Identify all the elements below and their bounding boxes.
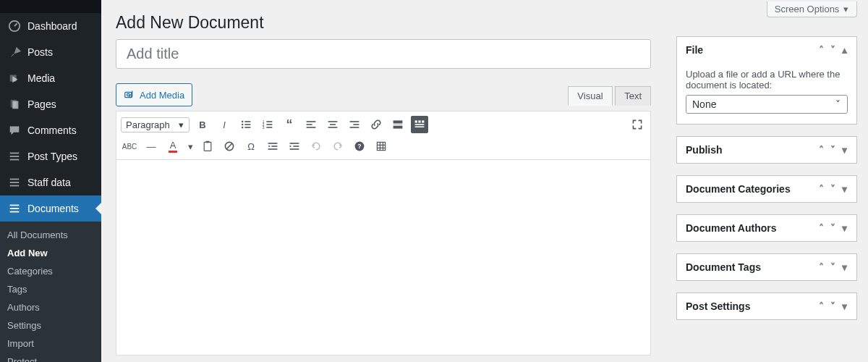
textcolor-dropdown[interactable]: ▾: [186, 138, 195, 155]
submenu-settings[interactable]: Settings: [0, 316, 101, 334]
panel-file: File ˄ ˅ ▴ Upload a file or add a URL wh…: [676, 36, 857, 125]
undo-button[interactable]: [307, 138, 325, 155]
align-right-button[interactable]: [346, 116, 363, 133]
submenu-import[interactable]: Import: [0, 334, 101, 353]
sidebar-item-posts[interactable]: Posts: [0, 39, 101, 65]
submenu-add-new[interactable]: Add New: [0, 244, 101, 262]
panel-up-icon[interactable]: ˄: [817, 222, 825, 234]
panel-title: Post Settings: [686, 300, 750, 312]
svg-rect-42: [415, 124, 425, 125]
help-button[interactable]: ?: [351, 138, 368, 155]
panel-down-icon[interactable]: ˅: [829, 44, 836, 56]
svg-rect-20: [244, 127, 250, 128]
panel-authors: Document Authors ˄ ˅ ▾: [676, 214, 857, 242]
submenu-all-documents[interactable]: All Documents: [0, 226, 101, 244]
link-button[interactable]: [367, 116, 385, 133]
sidebar-item-label: Posts: [27, 46, 53, 58]
panel-up-icon[interactable]: ˄: [817, 300, 825, 312]
sidebar-item-staff-data[interactable]: Staff data: [0, 169, 101, 195]
submenu-categories[interactable]: Categories: [0, 262, 101, 280]
sidebar-item-label: Post Types: [27, 151, 77, 162]
readmore-button[interactable]: [389, 116, 407, 133]
panel-toggle-icon[interactable]: ▾: [841, 261, 848, 273]
align-left-button[interactable]: [302, 116, 320, 133]
sidebar-item-comments[interactable]: Comments: [0, 117, 101, 143]
svg-rect-18: [244, 124, 250, 125]
format-select[interactable]: Paragraph ▾: [121, 117, 190, 132]
redo-button[interactable]: [329, 138, 346, 155]
svg-rect-22: [266, 121, 272, 122]
panel-categories: Document Categories ˄ ˅ ▾: [676, 175, 857, 203]
sidebar-item-documents[interactable]: Documents: [0, 195, 101, 222]
submenu-protect[interactable]: Protect: [0, 353, 101, 362]
svg-point-15: [242, 121, 243, 122]
table-button[interactable]: [373, 138, 390, 155]
sidebar-item-post-types[interactable]: Post Types: [0, 143, 101, 169]
sidebar-item-media[interactable]: Media: [0, 65, 101, 91]
panel-up-icon[interactable]: ˄: [817, 183, 825, 195]
hr-button[interactable]: —: [142, 138, 160, 155]
kitchensink-button[interactable]: [411, 116, 428, 133]
number-list-button[interactable]: 123: [259, 116, 276, 133]
panel-down-icon[interactable]: ˅: [829, 183, 836, 195]
panel-tags: Document Tags ˄ ˅ ▾: [676, 253, 857, 281]
strikethrough-button[interactable]: ABC: [121, 138, 138, 155]
fullscreen-button[interactable]: [629, 116, 646, 133]
sidebar-item-label: Media: [27, 72, 55, 84]
sidebar-item-pages[interactable]: Pages: [0, 91, 101, 117]
sidebar-item-dashboard[interactable]: Dashboard: [0, 13, 101, 39]
document-title-input[interactable]: [116, 39, 651, 69]
svg-rect-40: [418, 120, 420, 122]
svg-rect-32: [328, 127, 338, 128]
panel-down-icon[interactable]: ˅: [829, 300, 836, 312]
svg-rect-51: [293, 146, 299, 147]
svg-rect-6: [10, 159, 20, 161]
paste-text-button[interactable]: [199, 138, 216, 155]
panel-toggle-icon[interactable]: ▾: [841, 183, 848, 195]
textcolor-button[interactable]: A: [164, 138, 182, 155]
svg-rect-7: [10, 179, 20, 180]
italic-button[interactable]: I: [216, 116, 233, 133]
tab-visual[interactable]: Visual: [568, 86, 612, 106]
file-select-value: None: [692, 98, 716, 110]
submenu-tags[interactable]: Tags: [0, 280, 101, 298]
svg-rect-50: [290, 143, 299, 144]
screen-options-toggle[interactable]: Screen Options ▾: [767, 1, 857, 17]
file-source-select[interactable]: None ˅: [686, 95, 848, 114]
add-media-label: Add Media: [140, 90, 184, 101]
panel-toggle-icon[interactable]: ▴: [841, 44, 848, 56]
svg-rect-26: [266, 127, 272, 128]
clear-formatting-button[interactable]: [221, 138, 238, 155]
indent-button[interactable]: [286, 138, 303, 155]
panel-up-icon[interactable]: ˄: [817, 44, 825, 56]
tab-text[interactable]: Text: [615, 86, 651, 106]
svg-rect-41: [422, 120, 424, 122]
panel-up-icon[interactable]: ˄: [817, 261, 825, 273]
editor-content[interactable]: [116, 160, 651, 355]
panel-toggle-icon[interactable]: ▾: [841, 300, 848, 312]
panel-post-settings: Post Settings ˄ ˅ ▾: [676, 292, 857, 320]
submenu-authors[interactable]: Authors: [0, 298, 101, 316]
page-title: Add New Document: [116, 0, 651, 39]
panel-up-icon[interactable]: ˄: [817, 144, 825, 156]
bold-button[interactable]: B: [194, 116, 211, 133]
svg-rect-24: [266, 124, 272, 125]
specialchar-button[interactable]: Ω: [242, 138, 260, 155]
svg-text:3: 3: [263, 126, 265, 130]
bullet-list-button[interactable]: [237, 116, 255, 133]
panel-toggle-icon[interactable]: ▾: [841, 222, 848, 234]
outdent-button[interactable]: [264, 138, 281, 155]
panel-down-icon[interactable]: ˅: [829, 144, 836, 156]
blockquote-button[interactable]: “: [281, 116, 298, 133]
add-media-button[interactable]: Add Media: [116, 83, 192, 106]
align-center-button[interactable]: [324, 116, 341, 133]
editor-toolbar: Paragraph ▾ B I 123 “ ABC — A ▾: [116, 111, 651, 160]
panel-down-icon[interactable]: ˅: [829, 222, 836, 234]
screen-options-label: Screen Options: [775, 4, 840, 14]
sidebar-item-label: Pages: [27, 98, 56, 110]
pin-icon: [7, 45, 22, 59]
pages-icon: [7, 97, 22, 111]
panel-toggle-icon[interactable]: ▾: [841, 144, 848, 156]
svg-text:?: ?: [357, 143, 361, 150]
panel-down-icon[interactable]: ˅: [829, 261, 836, 273]
